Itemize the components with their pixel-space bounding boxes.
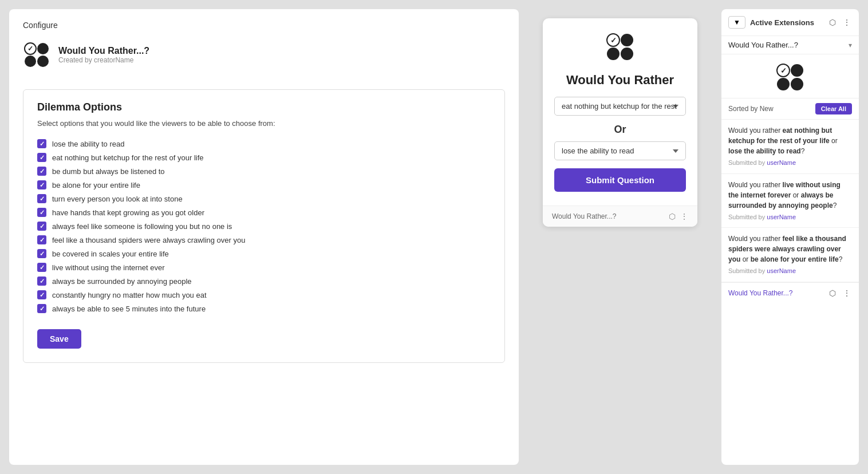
external-link-icon[interactable]: ⬡ <box>828 287 837 299</box>
svg-point-10 <box>621 48 633 60</box>
list-item[interactable]: be dumb but always be listened to <box>37 164 491 178</box>
svg-point-14 <box>777 78 790 90</box>
username-label: userName <box>767 267 796 274</box>
right-header-left: ▼ Active Extensions <box>728 16 814 29</box>
list-item[interactable]: always be able to see 5 minutes into the… <box>37 302 491 315</box>
dropdown-chevron: ▼ <box>733 18 740 26</box>
checkbox[interactable] <box>37 290 46 299</box>
list-item[interactable]: live without using the internet ever <box>37 260 491 274</box>
more-options-icon[interactable]: ⋮ <box>842 17 852 28</box>
option-label: eat nothing but ketchup for the rest of … <box>52 153 204 162</box>
options-list: lose the ability to readeat nothing but … <box>37 137 491 315</box>
checkbox[interactable] <box>37 167 46 176</box>
external-link-icon[interactable]: ⬡ <box>828 17 837 28</box>
dilemma-subtitle: Select options that you would like the v… <box>37 119 491 128</box>
list-item[interactable]: always be surrounded by annoying people <box>37 274 491 288</box>
configure-panel: Configure ✓ Would You Rather. <box>9 9 519 465</box>
list-item[interactable]: always feel like someone is following yo… <box>37 219 491 233</box>
submission-item: Would you rather live without using the … <box>721 174 859 228</box>
widget-submit-button[interactable]: Submit Question <box>554 168 686 192</box>
svg-point-4 <box>25 56 36 67</box>
list-item[interactable]: be alone for your entire life <box>37 178 491 192</box>
option-label: constantly hungry no matter how much you… <box>52 291 207 299</box>
list-item[interactable]: lose the ability to read <box>37 137 491 151</box>
widget-title: Would You Rather <box>566 73 674 88</box>
right-header-icons: ⬡ ⋮ <box>828 17 852 28</box>
right-header: ▼ Active Extensions ⬡ ⋮ <box>721 9 859 36</box>
widget-footer: Would You Rather...? ⬡ ⋮ <box>543 206 697 227</box>
app-name: Would You Rather...? <box>58 46 149 56</box>
widget-or-label: Or <box>614 124 626 136</box>
svg-point-13 <box>791 64 803 77</box>
active-extensions-title: Active Extensions <box>750 18 814 27</box>
option-label: have hands that kept growing as you got … <box>52 208 204 217</box>
svg-point-8 <box>621 34 633 46</box>
submission-text: Would you rather feel like a thousand sp… <box>728 234 852 264</box>
option-label: always be surrounded by annoying people <box>52 277 192 286</box>
right-footer-label: Would You Rather...? <box>728 289 793 297</box>
widget-inner: ✓ Would You Rather eat nothing but ketch… <box>543 18 697 206</box>
checkbox[interactable] <box>37 276 46 286</box>
submissions-list: Would you rather eat nothing but ketchup… <box>721 120 859 282</box>
checkbox[interactable] <box>37 194 46 203</box>
option-label: always be able to see 5 minutes into the… <box>52 305 206 313</box>
submission-text: Would you rather eat nothing but ketchup… <box>728 125 852 156</box>
checkbox[interactable] <box>37 263 46 272</box>
dropdown-toggle[interactable]: ▼ <box>728 16 745 29</box>
checkbox[interactable] <box>37 222 46 231</box>
list-item[interactable]: eat nothing but ketchup for the rest of … <box>37 151 491 164</box>
submission-meta: Submitted by userName <box>728 158 852 168</box>
svg-point-9 <box>607 48 620 60</box>
svg-point-15 <box>791 78 803 90</box>
right-footer: Would You Rather...? ⬡ ⋮ <box>721 282 859 303</box>
dilemma-box: Dilemma Options Select options that you … <box>23 89 505 363</box>
widget-preview-panel: ✓ Would You Rather eat nothing but ketch… <box>519 9 721 465</box>
widget-icon: ✓ <box>605 32 635 64</box>
right-footer-icons: ⬡ ⋮ <box>828 287 852 299</box>
option-label: turn every person you look at into stone <box>52 195 183 203</box>
dilemma-title: Dilemma Options <box>37 101 491 113</box>
option-label: be dumb but always be listened to <box>52 167 165 176</box>
checkbox[interactable] <box>37 208 46 217</box>
checkbox[interactable] <box>37 180 46 189</box>
submission-text: Would you rather live without using the … <box>728 180 852 211</box>
app-icon: ✓ <box>23 41 50 69</box>
checkbox[interactable] <box>37 153 46 162</box>
more-options-icon[interactable]: ⋮ <box>842 287 852 299</box>
more-options-icon[interactable]: ⋮ <box>680 212 688 221</box>
sort-row: Sorted by New Clear All <box>721 98 859 120</box>
widget-card: ✓ Would You Rather eat nothing but ketch… <box>543 18 697 227</box>
option-label: be covered in scales your entire life <box>52 250 169 258</box>
svg-point-5 <box>37 56 49 67</box>
widget-footer-icons: ⬡ ⋮ <box>669 212 688 221</box>
list-item[interactable]: feel like a thousand spiders were always… <box>37 233 491 247</box>
app-creator: Created by creatorName <box>58 56 149 64</box>
checkbox[interactable] <box>37 235 46 244</box>
list-item[interactable]: be covered in scales your entire life <box>37 247 491 260</box>
option-label: be alone for your entire life <box>52 181 140 189</box>
checkbox[interactable] <box>37 304 46 313</box>
sort-label: Sorted by New <box>728 105 774 113</box>
svg-text:✓: ✓ <box>780 66 787 75</box>
widget-option2-select[interactable]: lose the ability to read <box>554 141 686 160</box>
svg-point-3 <box>37 43 49 54</box>
checkbox[interactable] <box>37 139 46 148</box>
extension-selector[interactable]: Would You Rather...? ▾ <box>721 36 859 54</box>
widget-option1-select[interactable]: eat nothing but ketchup for the rest of … <box>554 97 686 116</box>
submission-meta: Submitted by userName <box>728 266 852 276</box>
extension-name: Would You Rather...? <box>728 41 798 49</box>
option-label: feel like a thousand spiders were always… <box>52 236 245 244</box>
ext-icon-preview: ✓ <box>721 54 859 98</box>
external-link-icon[interactable]: ⬡ <box>669 212 676 221</box>
submission-meta: Submitted by userName <box>728 212 852 222</box>
save-button[interactable]: Save <box>37 329 81 349</box>
configure-title: Configure <box>23 21 505 30</box>
list-item[interactable]: constantly hungry no matter how much you… <box>37 288 491 302</box>
list-item[interactable]: have hands that kept growing as you got … <box>37 206 491 219</box>
submission-item: Would you rather feel like a thousand sp… <box>721 228 859 282</box>
option-label: live without using the internet ever <box>52 263 165 272</box>
list-item[interactable]: turn every person you look at into stone <box>37 192 491 206</box>
option-label: always feel like someone is following yo… <box>52 222 232 231</box>
checkbox[interactable] <box>37 249 46 258</box>
clear-all-button[interactable]: Clear All <box>815 103 852 114</box>
